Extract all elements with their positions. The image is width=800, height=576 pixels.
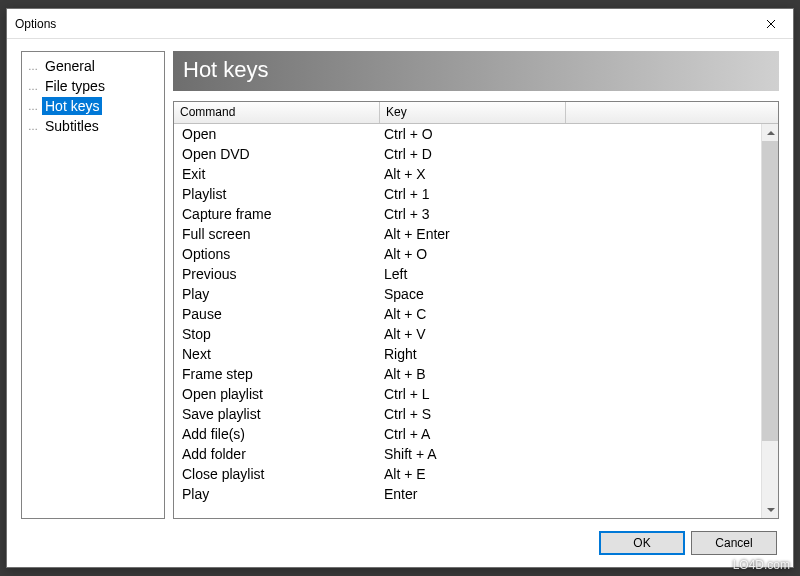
scroll-up-button[interactable] <box>762 124 778 141</box>
main-panel: Hot keys Command Key OpenCtrl + OOpen DV… <box>173 51 779 519</box>
dialog-body: …General…File types…Hot keys…Subtitles H… <box>7 39 793 519</box>
cell-key: Alt + Enter <box>380 226 566 242</box>
cell-command: Next <box>174 346 380 362</box>
tree-item-general[interactable]: …General <box>24 56 162 76</box>
hotkey-row[interactable]: StopAlt + V <box>174 324 761 344</box>
hotkey-row[interactable]: ExitAlt + X <box>174 164 761 184</box>
cell-command: Previous <box>174 266 380 282</box>
list-header: Command Key <box>174 102 778 124</box>
cell-command: Frame step <box>174 366 380 382</box>
cell-command: Add file(s) <box>174 426 380 442</box>
cell-key: Shift + A <box>380 446 566 462</box>
scroll-thumb[interactable] <box>762 141 778 441</box>
cell-key: Ctrl + S <box>380 406 566 422</box>
cell-key: Ctrl + O <box>380 126 566 142</box>
cell-key: Enter <box>380 486 566 502</box>
tree-item-label: General <box>42 57 98 75</box>
cell-command: Capture frame <box>174 206 380 222</box>
hotkey-row[interactable]: Open playlistCtrl + L <box>174 384 761 404</box>
hotkey-row[interactable]: OptionsAlt + O <box>174 244 761 264</box>
vertical-scrollbar[interactable] <box>761 124 778 518</box>
tree-connector-icon: … <box>28 101 42 112</box>
scroll-down-button[interactable] <box>762 501 778 518</box>
cell-command: Options <box>174 246 380 262</box>
tree-item-label: Hot keys <box>42 97 102 115</box>
tree-connector-icon: … <box>28 61 42 72</box>
tree-item-label: Subtitles <box>42 117 102 135</box>
cell-key: Alt + O <box>380 246 566 262</box>
cell-command: Add folder <box>174 446 380 462</box>
cell-command: Save playlist <box>174 406 380 422</box>
hotkey-row[interactable]: Add file(s)Ctrl + A <box>174 424 761 444</box>
cell-key: Left <box>380 266 566 282</box>
list-body: OpenCtrl + OOpen DVDCtrl + DExitAlt + XP… <box>174 124 778 518</box>
hotkey-row[interactable]: PlaylistCtrl + 1 <box>174 184 761 204</box>
hotkey-row[interactable]: PlaySpace <box>174 284 761 304</box>
cell-key: Ctrl + 3 <box>380 206 566 222</box>
column-key[interactable]: Key <box>380 102 566 123</box>
hotkey-row[interactable]: Frame stepAlt + B <box>174 364 761 384</box>
cell-command: Pause <box>174 306 380 322</box>
hotkey-row[interactable]: NextRight <box>174 344 761 364</box>
cell-command: Open playlist <box>174 386 380 402</box>
cell-key: Ctrl + A <box>380 426 566 442</box>
cell-key: Alt + V <box>380 326 566 342</box>
list-rows[interactable]: OpenCtrl + OOpen DVDCtrl + DExitAlt + XP… <box>174 124 761 518</box>
cell-command: Open <box>174 126 380 142</box>
tree-connector-icon: … <box>28 121 42 132</box>
cell-key: Ctrl + L <box>380 386 566 402</box>
close-icon <box>766 19 776 29</box>
column-extra[interactable] <box>566 102 778 123</box>
cell-key: Alt + C <box>380 306 566 322</box>
cell-command: Open DVD <box>174 146 380 162</box>
cell-key: Alt + B <box>380 366 566 382</box>
hotkey-row[interactable]: Open DVDCtrl + D <box>174 144 761 164</box>
cell-command: Playlist <box>174 186 380 202</box>
button-row: OK Cancel <box>7 519 793 567</box>
titlebar: Options <box>7 9 793 39</box>
chevron-down-icon <box>767 508 775 512</box>
cell-key: Ctrl + D <box>380 146 566 162</box>
close-button[interactable] <box>748 9 793 38</box>
category-tree[interactable]: …General…File types…Hot keys…Subtitles <box>21 51 165 519</box>
tree-item-hot-keys[interactable]: …Hot keys <box>24 96 162 116</box>
hotkey-row[interactable]: PlayEnter <box>174 484 761 504</box>
tree-item-subtitles[interactable]: …Subtitles <box>24 116 162 136</box>
panel-heading: Hot keys <box>173 51 779 91</box>
hotkey-row[interactable]: Full screenAlt + Enter <box>174 224 761 244</box>
tree-item-file-types[interactable]: …File types <box>24 76 162 96</box>
hotkey-row[interactable]: Add folderShift + A <box>174 444 761 464</box>
cell-command: Full screen <box>174 226 380 242</box>
hotkey-row[interactable]: Capture frameCtrl + 3 <box>174 204 761 224</box>
hotkey-row[interactable]: PreviousLeft <box>174 264 761 284</box>
column-command[interactable]: Command <box>174 102 380 123</box>
tree-item-label: File types <box>42 77 108 95</box>
cell-command: Play <box>174 286 380 302</box>
cell-key: Space <box>380 286 566 302</box>
cell-key: Right <box>380 346 566 362</box>
hotkey-row[interactable]: Save playlistCtrl + S <box>174 404 761 424</box>
cell-key: Alt + X <box>380 166 566 182</box>
cell-key: Ctrl + 1 <box>380 186 566 202</box>
cell-command: Play <box>174 486 380 502</box>
hotkey-row[interactable]: Close playlistAlt + E <box>174 464 761 484</box>
window-title: Options <box>15 17 56 31</box>
cancel-button[interactable]: Cancel <box>691 531 777 555</box>
hotkey-row[interactable]: OpenCtrl + O <box>174 124 761 144</box>
cell-command: Exit <box>174 166 380 182</box>
cell-command: Stop <box>174 326 380 342</box>
hotkey-row[interactable]: PauseAlt + C <box>174 304 761 324</box>
tree-connector-icon: … <box>28 81 42 92</box>
cell-key: Alt + E <box>380 466 566 482</box>
ok-button[interactable]: OK <box>599 531 685 555</box>
hotkeys-list: Command Key OpenCtrl + OOpen DVDCtrl + D… <box>173 101 779 519</box>
cell-command: Close playlist <box>174 466 380 482</box>
chevron-up-icon <box>767 131 775 135</box>
options-dialog: Options …General…File types…Hot keys…Sub… <box>6 8 794 568</box>
